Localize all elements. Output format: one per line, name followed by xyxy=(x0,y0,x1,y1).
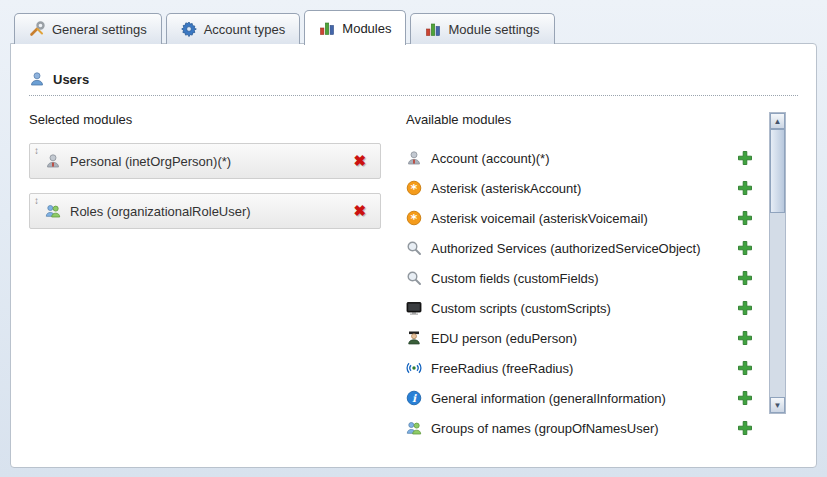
available-module-row: Custom fields (customFields) xyxy=(406,263,761,293)
available-module-row: Custom scripts (customScripts) xyxy=(406,293,761,323)
add-module-icon[interactable] xyxy=(737,240,753,256)
remove-module-icon[interactable]: ✖ xyxy=(353,152,366,170)
tab-label: General settings xyxy=(52,22,147,37)
tab-bar: General settings Account types Modules M… xyxy=(14,9,813,44)
info-icon: i xyxy=(406,390,422,406)
available-module-label: Custom fields (customFields) xyxy=(431,271,737,286)
magnifier-icon xyxy=(406,270,422,286)
tab-label: Module settings xyxy=(448,22,539,37)
asterisk-icon: * xyxy=(406,210,422,226)
asterisk-icon: * xyxy=(406,180,422,196)
drag-handle-icon[interactable]: ↕ xyxy=(34,146,39,156)
person-icon xyxy=(45,153,61,169)
selected-module-row: ↕ Roles (organizationalRoleUser) ✖ xyxy=(29,193,381,229)
remove-module-icon[interactable]: ✖ xyxy=(353,202,366,220)
available-module-row: Groups of names (groupOfNamesUser) xyxy=(406,413,761,443)
tab-label: Modules xyxy=(342,21,391,36)
available-modules-list: Available modules Account (account)(*) *… xyxy=(406,112,761,443)
selected-module-label: Personal (inetOrgPerson)(*) xyxy=(70,154,353,169)
available-module-label: General information (generalInformation) xyxy=(431,391,737,406)
drag-handle-icon[interactable]: ↕ xyxy=(34,196,39,206)
scroll-up-button[interactable]: ▲ xyxy=(770,113,785,129)
radio-waves-icon xyxy=(406,360,422,376)
selected-modules-column: Selected modules ↕ Personal (inetOrgPers… xyxy=(29,112,381,443)
add-module-icon[interactable] xyxy=(737,330,753,346)
tools-icon xyxy=(29,21,45,37)
add-module-icon[interactable] xyxy=(737,150,753,166)
selected-modules-heading: Selected modules xyxy=(29,112,381,127)
available-module-row: Authorized Services (authorizedServiceOb… xyxy=(406,233,761,263)
add-module-icon[interactable] xyxy=(737,390,753,406)
section-title: Users xyxy=(53,72,89,87)
scrollbar[interactable]: ▲ ▼ xyxy=(769,112,786,414)
tab-module-settings[interactable]: Module settings xyxy=(410,13,554,44)
user-icon xyxy=(29,71,45,87)
add-module-icon[interactable] xyxy=(737,210,753,226)
scrollbar-track[interactable] xyxy=(770,129,785,397)
tab-general-settings[interactable]: General settings xyxy=(14,13,162,44)
content-panel: Users Selected modules ↕ Personal (inetO… xyxy=(10,43,817,468)
add-module-icon[interactable] xyxy=(737,270,753,286)
available-module-label: Custom scripts (customScripts) xyxy=(431,301,737,316)
graduate-icon xyxy=(406,330,422,346)
modules-columns: Selected modules ↕ Personal (inetOrgPers… xyxy=(29,112,816,443)
terminal-icon xyxy=(406,300,422,316)
scrollbar-thumb[interactable] xyxy=(770,129,785,213)
available-module-row: i General information (generalInformatio… xyxy=(406,383,761,413)
tab-account-types[interactable]: Account types xyxy=(166,13,301,44)
available-module-row: * Asterisk voicemail (asteriskVoicemail) xyxy=(406,203,761,233)
section-header: Users xyxy=(29,71,798,96)
module-settings-icon xyxy=(425,21,441,37)
available-module-label: FreeRadius (freeRadius) xyxy=(431,361,737,376)
available-module-label: Asterisk (asteriskAccount) xyxy=(431,181,737,196)
available-module-label: Groups of names (groupOfNamesUser) xyxy=(431,421,737,436)
available-module-label: EDU person (eduPerson) xyxy=(431,331,737,346)
available-modules-heading: Available modules xyxy=(406,112,761,127)
person-icon xyxy=(406,150,422,166)
tab-label: Account types xyxy=(204,22,286,37)
selected-module-label: Roles (organizationalRoleUser) xyxy=(70,204,353,219)
available-module-row: EDU person (eduPerson) xyxy=(406,323,761,353)
svg-text:*: * xyxy=(411,181,418,196)
available-modules-column: Available modules Account (account)(*) *… xyxy=(406,112,786,443)
available-module-row: Account (account)(*) xyxy=(406,143,761,173)
available-module-row: FreeRadius (freeRadius) xyxy=(406,353,761,383)
svg-text:*: * xyxy=(411,211,418,226)
add-module-icon[interactable] xyxy=(737,360,753,376)
group-icon xyxy=(45,203,61,219)
available-module-row: * Asterisk (asteriskAccount) xyxy=(406,173,761,203)
add-module-icon[interactable] xyxy=(737,180,753,196)
scroll-down-button[interactable]: ▼ xyxy=(770,397,785,413)
add-module-icon[interactable] xyxy=(737,420,753,436)
available-module-label: Account (account)(*) xyxy=(431,151,737,166)
selected-module-row: ↕ Personal (inetOrgPerson)(*) ✖ xyxy=(29,143,381,179)
available-module-label: Asterisk voicemail (asteriskVoicemail) xyxy=(431,211,737,226)
tab-modules[interactable]: Modules xyxy=(304,10,406,45)
group-icon xyxy=(406,420,422,436)
add-module-icon[interactable] xyxy=(737,300,753,316)
modules-icon xyxy=(319,20,335,36)
gear-icon xyxy=(181,21,197,37)
available-module-label: Authorized Services (authorizedServiceOb… xyxy=(431,241,737,256)
magnifier-icon xyxy=(406,240,422,256)
